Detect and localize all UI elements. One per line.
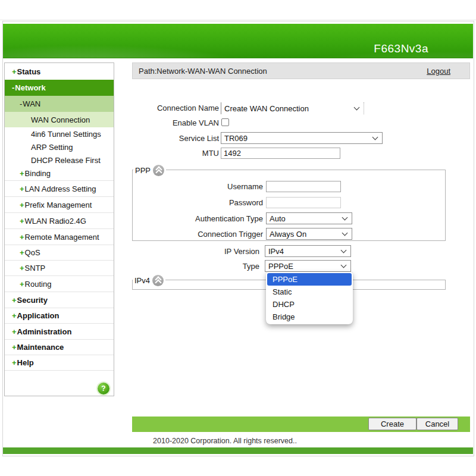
sidebar-item-help[interactable]: +Help: [5, 355, 114, 371]
sidebar-item-lan-address-setting[interactable]: +LAN Address Setting: [5, 181, 114, 197]
sidebar-item-status[interactable]: +Status: [5, 63, 114, 80]
sidebar-item-label: WLAN Radio2.4G: [25, 217, 86, 226]
mtu-input[interactable]: [221, 148, 340, 159]
ppp-legend: PPP: [133, 164, 166, 176]
enable-vlan-checkbox[interactable]: [221, 118, 229, 126]
sidebar-item-label: Security: [17, 296, 48, 305]
breadcrumb: Path:Network-WAN-WAN Connection: [139, 67, 267, 76]
sidebar-item-4in6-tunnel-settings[interactable]: 4in6 Tunnel Settings: [5, 127, 114, 140]
expand-plus-icon: +: [20, 201, 24, 209]
connection-trigger-select[interactable]: Always On: [266, 228, 352, 240]
top-divider: [0, 20, 476, 20]
type-select[interactable]: PPPoE: [265, 260, 351, 272]
dropdown-option-bridge[interactable]: Bridge: [267, 311, 352, 323]
expand-plus-icon: +: [12, 358, 17, 367]
sidebar-item-wan[interactable]: -WAN: [5, 96, 114, 112]
type-label: Type: [132, 262, 259, 271]
sidebar-item-label: Application: [17, 311, 60, 320]
authentication-type-value: Auto: [270, 214, 286, 223]
ip-version-value: IPv4: [268, 247, 284, 256]
bottom-bar: [3, 447, 473, 454]
sidebar-item-routing[interactable]: +Routing: [5, 276, 114, 292]
brand-logo: F663Nv3a: [374, 42, 428, 55]
enable-vlan-label: Enable VLAN: [132, 118, 219, 127]
expand-plus-icon: +: [20, 217, 24, 226]
sidebar-item-label: Administration: [17, 327, 72, 336]
expand-plus-icon: +: [12, 296, 17, 305]
sidebar-item-arp-setting[interactable]: ARP Setting: [5, 140, 114, 154]
sidebar-item-wlan-radio2.4g[interactable]: +WLAN Radio2.4G: [5, 213, 114, 229]
username-input[interactable]: [266, 181, 341, 192]
connection-name-label: Connection Name: [132, 104, 219, 112]
sidebar-item-wan-connection[interactable]: WAN Connection: [5, 112, 114, 127]
copyright-text: 2010-2020 Corporation. All rights reserv…: [2, 437, 447, 445]
help-icon[interactable]: ?: [98, 383, 109, 394]
sidebar-item-dhcp-release-first[interactable]: DHCP Release First: [5, 154, 114, 167]
collapse-icon[interactable]: [152, 275, 164, 286]
sidebar-item-label: Routing: [25, 280, 52, 289]
collapse-minus-icon: -: [12, 83, 14, 92]
authentication-type-select[interactable]: Auto: [266, 212, 352, 224]
logout-link[interactable]: Logout: [427, 67, 450, 76]
ppp-label: PPP: [135, 166, 151, 175]
sidebar-item-network[interactable]: -Network: [5, 80, 114, 96]
collapse-minus-icon: -: [20, 99, 22, 108]
sidebar-item-qos[interactable]: +QoS: [5, 245, 114, 261]
connection-trigger-label: Connection Trigger: [132, 230, 263, 239]
expand-plus-icon: +: [20, 233, 24, 242]
expand-plus-icon: +: [20, 184, 24, 193]
sidebar-item-security[interactable]: +Security: [5, 292, 114, 308]
cancel-button[interactable]: Cancel: [416, 418, 458, 430]
service-list-select[interactable]: TR069: [221, 132, 383, 144]
dropdown-option-dhcp[interactable]: DHCP: [267, 298, 352, 311]
sidebar-item-label: ARP Setting: [31, 143, 73, 152]
sidebar-item-sntp[interactable]: +SNTP: [5, 261, 114, 276]
sidebar-item-application[interactable]: +Application: [5, 308, 114, 324]
chevron-down-icon: [372, 134, 378, 140]
sidebar-item-label: Binding: [25, 169, 51, 178]
sidebar-item-administration[interactable]: +Administration: [5, 324, 114, 340]
chevron-down-icon: [341, 262, 347, 268]
connection-trigger-value: Always On: [270, 230, 306, 239]
expand-plus-icon: +: [12, 67, 17, 76]
sidebar-item-maintenance[interactable]: +Maintenance: [5, 340, 114, 355]
collapse-icon[interactable]: [153, 165, 164, 176]
sidebar: +Status-Network-WANWAN Connection4in6 Tu…: [4, 62, 114, 396]
sidebar-item-prefix-management[interactable]: +Prefix Management: [5, 197, 114, 213]
chevron-down-icon: [341, 248, 347, 253]
sidebar-item-remote-management[interactable]: +Remote Management: [5, 229, 114, 245]
sidebar-item-label: 4in6 Tunnel Settings: [31, 130, 101, 139]
username-label: Username: [132, 182, 263, 191]
mtu-label: MTU: [132, 149, 219, 158]
sidebar-item-label: WAN: [23, 99, 40, 108]
create-button[interactable]: Create: [368, 418, 416, 430]
expand-plus-icon: +: [20, 264, 24, 273]
chevron-down-icon: [342, 215, 348, 221]
chevron-down-icon: [342, 230, 348, 236]
ipv4-legend: IPv4: [133, 274, 165, 286]
sidebar-item-label: WAN Connection: [31, 115, 90, 124]
sidebar-item-label: LAN Address Setting: [25, 184, 96, 193]
dropdown-option-pppoe[interactable]: PPPoE: [267, 273, 352, 286]
ipv4-label: IPv4: [134, 276, 150, 285]
expand-plus-icon: +: [12, 343, 17, 352]
password-input[interactable]: [266, 197, 341, 208]
ip-version-select[interactable]: IPv4: [265, 245, 351, 257]
sidebar-item-label: Status: [17, 67, 41, 76]
sidebar-item-label: Maintenance: [17, 343, 64, 352]
ip-version-label: IP Version: [132, 247, 259, 256]
expand-plus-icon: +: [12, 327, 17, 336]
service-list-value: TR069: [224, 134, 248, 143]
sidebar-item-label: Network: [15, 83, 45, 92]
connection-name-value: Create WAN Connection: [224, 104, 309, 113]
dropdown-option-static[interactable]: Static: [267, 286, 352, 298]
type-value: PPPoE: [268, 262, 293, 271]
authentication-type-label: Authentication Type: [132, 214, 263, 223]
sidebar-item-label: QoS: [25, 248, 40, 257]
sidebar-item-label: SNTP: [25, 264, 46, 273]
sidebar-item-binding[interactable]: +Binding: [5, 167, 114, 181]
sidebar-menu: +Status-Network-WANWAN Connection4in6 Tu…: [5, 63, 114, 371]
connection-name-select[interactable]: Create WAN Connection: [221, 102, 364, 114]
expand-plus-icon: +: [20, 248, 24, 257]
expand-plus-icon: +: [12, 311, 17, 320]
